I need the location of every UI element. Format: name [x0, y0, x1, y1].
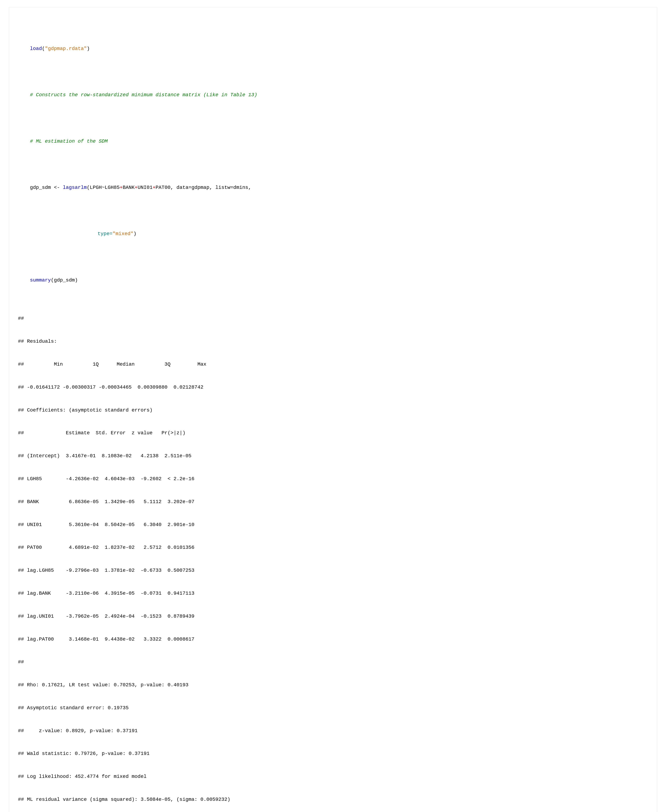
output-line-3: ## Min 1Q Median 3Q Max — [18, 360, 648, 368]
paren-close: ) — [87, 46, 90, 51]
type-value: "mixed" — [112, 231, 134, 237]
bank-var: BANK — [123, 185, 135, 190]
output-line-10: ## UNI01 5.3610e-04 8.5042e-05 6.3040 2.… — [18, 521, 648, 529]
comment-1-text: # Constructs the row-standardized minimu… — [30, 92, 257, 98]
output-line-4: ## -0.01641172 -0.00300317 -0.00034465 0… — [18, 383, 648, 391]
uni01-var: UNI01 — [138, 185, 153, 190]
func-args-start: (LPGH~LGH85 — [87, 185, 120, 190]
output-line-6: ## Estimate Std. Error z value Pr(>|z|) — [18, 429, 648, 437]
type-key: type= — [97, 231, 112, 237]
output-line-19: ## z-value: 0.8929, p-value: 0.37191 — [18, 727, 648, 735]
code-line-3a: gdp_sdm <- lagsarlm(LPGH~LGH85+BANK+UNI0… — [18, 176, 648, 199]
output-line-16: ## — [18, 658, 648, 666]
load-function: load — [30, 46, 42, 51]
output-line-1: ## — [18, 315, 648, 322]
code-line-3b: type="mixed") — [18, 222, 648, 246]
output-line-11: ## PAT00 4.6891e-02 1.8237e-02 2.5712 0.… — [18, 544, 648, 552]
code-line-1: load("gdpmap.rdata") — [18, 37, 648, 61]
comment-line-2: # ML estimation of the SDM — [18, 130, 648, 153]
output-line-13: ## lag.BANK -3.2110e-06 4.3915e-05 -0.07… — [18, 590, 648, 598]
output-line-14: ## lag.UNI01 -3.7962e-05 2.4924e-04 -0.1… — [18, 613, 648, 620]
output-line-5: ## Coefficients: (asymptotic standard er… — [18, 406, 648, 414]
summary-func: summary — [30, 278, 51, 283]
plus1: + — [120, 185, 123, 190]
output-line-8: ## LGH85 -4.2636e-02 4.6043e-03 -9.2602 … — [18, 475, 648, 483]
paren-open: ( — [42, 46, 45, 51]
output-line-7: ## (Intercept) 3.4167e-01 8.1083e-02 4.2… — [18, 452, 648, 460]
code-line-4: summary(gdp_sdm) — [18, 268, 648, 292]
output-line-2: ## Residuals: — [18, 337, 648, 345]
output-line-15: ## lag.PAT00 3.1468e-01 9.4438e-02 3.332… — [18, 635, 648, 643]
close-paren: ) — [134, 231, 137, 237]
file-string: "gdpmap.rdata" — [45, 46, 87, 51]
output-line-21: ## Log likelihood: 452.4774 for mixed mo… — [18, 773, 648, 781]
summary-arg: (gdp_sdm) — [51, 278, 78, 283]
output-line-18: ## Asymptotic standard error: 0.19735 — [18, 704, 648, 712]
output-line-20: ## Wald statistic: 0.79726, p-value: 0.3… — [18, 750, 648, 758]
code-block: load("gdpmap.rdata") # Constructs the ro… — [9, 7, 657, 812]
pat00-var: PAT00 — [155, 185, 170, 190]
lagsarlm-func: lagsarlm — [63, 185, 87, 190]
output-line-17: ## Rho: 0.17621, LR test value: 0.70253,… — [18, 681, 648, 689]
output-line-9: ## BANK 6.8636e-05 1.3429e-05 5.1112 3.2… — [18, 498, 648, 506]
data-arg: , data=gdpmap, listw=dmins, — [170, 185, 251, 190]
output-line-22: ## ML residual variance (sigma squared):… — [18, 796, 648, 804]
comment-2-text: # ML estimation of the SDM — [30, 138, 108, 144]
plus2: + — [135, 185, 138, 190]
gdp-sdm-var: gdp_sdm <- — [30, 185, 63, 190]
plus3: + — [153, 185, 155, 190]
output-line-12: ## lag.LGH85 -9.2796e-03 1.3781e-02 -0.6… — [18, 567, 648, 575]
comment-line-1: # Constructs the row-standardized minimu… — [18, 83, 648, 107]
